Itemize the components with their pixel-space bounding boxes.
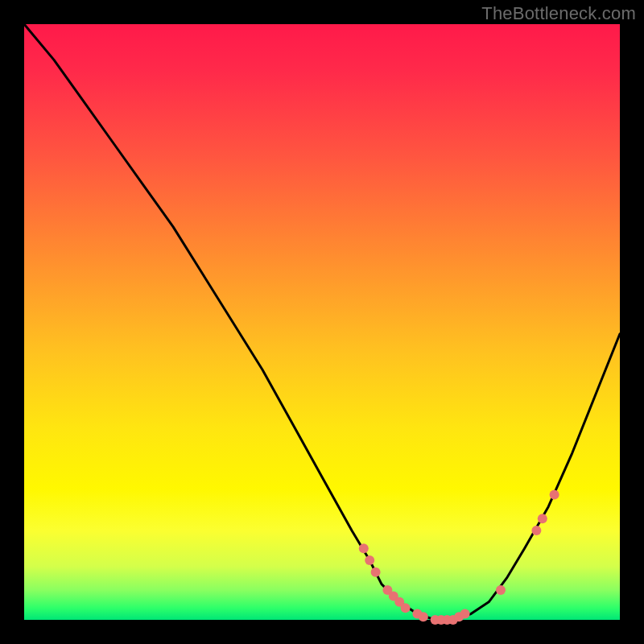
data-point-marker <box>460 609 470 619</box>
chart-frame: TheBottleneck.com <box>0 0 644 644</box>
data-point-marker <box>401 603 411 613</box>
data-point-marker <box>371 568 381 577</box>
plot-area <box>24 24 620 620</box>
data-point-marker <box>496 585 506 595</box>
data-point-marker <box>538 514 547 523</box>
data-point-marker <box>359 543 369 553</box>
chart-svg <box>24 24 620 620</box>
data-point-marker <box>419 612 428 621</box>
data-point-marker <box>531 526 541 535</box>
data-point-marker <box>550 490 559 500</box>
data-point-marker <box>365 555 374 565</box>
data-point-markers <box>359 490 559 625</box>
watermark-text: TheBottleneck.com <box>481 3 636 24</box>
bottleneck-curve <box>24 24 620 620</box>
